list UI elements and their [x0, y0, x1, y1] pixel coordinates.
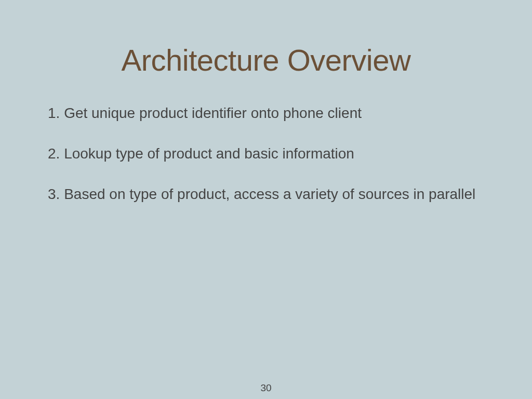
slide-title: Architecture Overview: [0, 0, 532, 103]
list-item: 1. Get unique product identifier onto ph…: [48, 103, 484, 123]
page-number: 30: [0, 382, 532, 394]
list-number: 1.: [48, 105, 60, 121]
list-item: 3. Based on type of product, access a va…: [48, 184, 484, 204]
slide-content: 1. Get unique product identifier onto ph…: [0, 103, 532, 204]
list-text: Based on type of product, access a varie…: [64, 186, 475, 202]
list-item: 2. Lookup type of product and basic info…: [48, 144, 484, 164]
list-text: Lookup type of product and basic informa…: [64, 145, 354, 162]
list-text: Get unique product identifier onto phone…: [64, 105, 362, 121]
list-number: 3.: [48, 186, 60, 202]
list-number: 2.: [48, 145, 60, 162]
